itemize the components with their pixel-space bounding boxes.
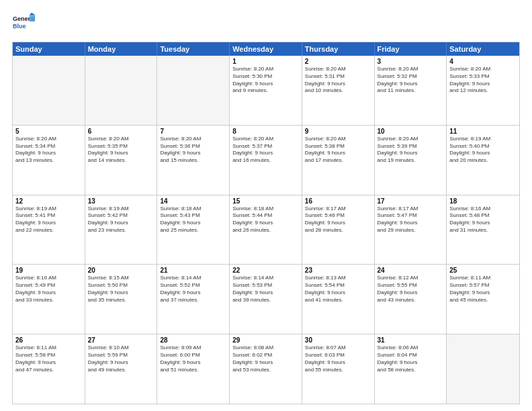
cell-info: Sunrise: 8:20 AM Sunset: 5:30 PM Dayligh… — [232, 66, 299, 95]
weekday-header-thursday: Thursday — [302, 42, 375, 56]
cell-date: 2 — [305, 58, 371, 65]
calendar-cell: 23Sunrise: 8:13 AM Sunset: 5:54 PM Dayli… — [302, 265, 375, 334]
calendar-cell: 25Sunrise: 8:11 AM Sunset: 5:57 PM Dayli… — [447, 265, 519, 334]
calendar-cell: 22Sunrise: 8:14 AM Sunset: 5:53 PM Dayli… — [230, 265, 302, 334]
cell-info: Sunrise: 8:20 AM Sunset: 5:33 PM Dayligh… — [449, 66, 517, 95]
calendar-row-4: 19Sunrise: 8:16 AM Sunset: 5:49 PM Dayli… — [13, 265, 519, 334]
calendar-cell: 4Sunrise: 8:20 AM Sunset: 5:33 PM Daylig… — [447, 56, 519, 125]
cell-info: Sunrise: 8:16 AM Sunset: 5:49 PM Dayligh… — [15, 275, 82, 304]
cell-info: Sunrise: 8:14 AM Sunset: 5:53 PM Dayligh… — [232, 275, 299, 304]
cell-date: 14 — [160, 197, 226, 205]
cell-info: Sunrise: 8:10 AM Sunset: 5:59 PM Dayligh… — [88, 345, 154, 373]
calendar-cell: 5Sunrise: 8:20 AM Sunset: 5:34 PM Daylig… — [13, 126, 85, 195]
calendar-cell — [157, 56, 230, 125]
calendar-cell: 31Sunrise: 8:06 AM Sunset: 6:04 PM Dayli… — [375, 334, 447, 404]
calendar-cell: 9Sunrise: 8:20 AM Sunset: 5:38 PM Daylig… — [302, 126, 375, 195]
calendar-cell — [447, 334, 519, 404]
calendar-cell: 28Sunrise: 8:09 AM Sunset: 6:00 PM Dayli… — [157, 334, 230, 404]
cell-date: 25 — [449, 267, 517, 274]
cell-info: Sunrise: 8:20 AM Sunset: 5:34 PM Dayligh… — [15, 136, 82, 165]
weekday-header-friday: Friday — [375, 42, 447, 56]
calendar-cell: 10Sunrise: 8:20 AM Sunset: 5:39 PM Dayli… — [375, 126, 447, 195]
calendar-cell: 24Sunrise: 8:12 AM Sunset: 5:55 PM Dayli… — [375, 265, 447, 334]
cell-date: 19 — [15, 267, 82, 274]
cell-info: Sunrise: 8:11 AM Sunset: 5:58 PM Dayligh… — [15, 345, 82, 373]
cell-date: 5 — [15, 128, 82, 135]
calendar-cell: 8Sunrise: 8:20 AM Sunset: 5:37 PM Daylig… — [230, 126, 302, 195]
calendar-cell: 2Sunrise: 8:20 AM Sunset: 5:31 PM Daylig… — [302, 56, 375, 125]
weekday-header-saturday: Saturday — [447, 42, 519, 56]
cell-info: Sunrise: 8:17 AM Sunset: 5:46 PM Dayligh… — [305, 205, 371, 234]
cell-info: Sunrise: 8:14 AM Sunset: 5:52 PM Dayligh… — [160, 275, 226, 304]
cell-date: 30 — [305, 336, 371, 344]
calendar-cell: 13Sunrise: 8:19 AM Sunset: 5:42 PM Dayli… — [85, 195, 158, 265]
calendar-body: 1Sunrise: 8:20 AM Sunset: 5:30 PM Daylig… — [13, 56, 519, 404]
calendar-cell: 3Sunrise: 8:20 AM Sunset: 5:32 PM Daylig… — [375, 56, 447, 125]
weekday-header-sunday: Sunday — [13, 42, 85, 56]
cell-info: Sunrise: 8:19 AM Sunset: 5:41 PM Dayligh… — [15, 205, 82, 234]
cell-info: Sunrise: 8:20 AM Sunset: 5:36 PM Dayligh… — [160, 136, 226, 165]
cell-date: 12 — [15, 197, 82, 205]
calendar-cell: 16Sunrise: 8:17 AM Sunset: 5:46 PM Dayli… — [302, 195, 375, 265]
page: General Blue SundayMondayTuesdayWednesda… — [0, 0, 532, 411]
svg-marker-3 — [30, 15, 35, 21]
cell-info: Sunrise: 8:20 AM Sunset: 5:31 PM Dayligh… — [305, 66, 371, 95]
header: General Blue — [12, 12, 520, 36]
cell-date: 1 — [232, 58, 299, 65]
cell-info: Sunrise: 8:06 AM Sunset: 6:04 PM Dayligh… — [378, 345, 444, 373]
cell-info: Sunrise: 8:07 AM Sunset: 6:03 PM Dayligh… — [305, 345, 371, 373]
weekday-header-wednesday: Wednesday — [230, 42, 302, 56]
cell-date: 18 — [449, 197, 517, 205]
calendar-cell: 19Sunrise: 8:16 AM Sunset: 5:49 PM Dayli… — [13, 265, 85, 334]
calendar-cell: 21Sunrise: 8:14 AM Sunset: 5:52 PM Dayli… — [157, 265, 230, 334]
calendar-cell: 15Sunrise: 8:18 AM Sunset: 5:44 PM Dayli… — [230, 195, 302, 265]
weekday-header-monday: Monday — [85, 42, 158, 56]
cell-date: 16 — [305, 197, 371, 205]
logo: General Blue — [12, 12, 36, 36]
cell-info: Sunrise: 8:18 AM Sunset: 5:44 PM Dayligh… — [232, 205, 299, 234]
calendar-cell: 30Sunrise: 8:07 AM Sunset: 6:03 PM Dayli… — [302, 334, 375, 404]
calendar-header: SundayMondayTuesdayWednesdayThursdayFrid… — [13, 42, 519, 56]
svg-marker-4 — [30, 13, 35, 15]
calendar-cell: 29Sunrise: 8:08 AM Sunset: 6:02 PM Dayli… — [230, 334, 302, 404]
cell-info: Sunrise: 8:09 AM Sunset: 6:00 PM Dayligh… — [160, 345, 226, 373]
cell-info: Sunrise: 8:12 AM Sunset: 5:55 PM Dayligh… — [378, 275, 444, 304]
cell-info: Sunrise: 8:20 AM Sunset: 5:39 PM Dayligh… — [378, 136, 444, 165]
cell-date: 7 — [160, 128, 226, 135]
cell-date: 9 — [305, 128, 371, 135]
calendar-cell: 12Sunrise: 8:19 AM Sunset: 5:41 PM Dayli… — [13, 195, 85, 265]
cell-info: Sunrise: 8:13 AM Sunset: 5:54 PM Dayligh… — [305, 275, 371, 304]
cell-date: 10 — [378, 128, 444, 135]
cell-date: 20 — [88, 267, 154, 274]
calendar-cell: 27Sunrise: 8:10 AM Sunset: 5:59 PM Dayli… — [85, 334, 158, 404]
calendar-cell: 6Sunrise: 8:20 AM Sunset: 5:35 PM Daylig… — [85, 126, 158, 195]
calendar-cell: 7Sunrise: 8:20 AM Sunset: 5:36 PM Daylig… — [157, 126, 230, 195]
cell-date: 8 — [232, 128, 299, 135]
cell-info: Sunrise: 8:17 AM Sunset: 5:47 PM Dayligh… — [378, 205, 444, 234]
calendar-row-2: 5Sunrise: 8:20 AM Sunset: 5:34 PM Daylig… — [13, 126, 519, 195]
cell-info: Sunrise: 8:08 AM Sunset: 6:02 PM Dayligh… — [232, 345, 299, 373]
calendar-cell: 11Sunrise: 8:19 AM Sunset: 5:40 PM Dayli… — [447, 126, 519, 195]
cell-info: Sunrise: 8:11 AM Sunset: 5:57 PM Dayligh… — [449, 275, 517, 304]
calendar-cell: 18Sunrise: 8:16 AM Sunset: 5:48 PM Dayli… — [447, 195, 519, 265]
calendar-row-5: 26Sunrise: 8:11 AM Sunset: 5:58 PM Dayli… — [13, 334, 519, 404]
cell-info: Sunrise: 8:19 AM Sunset: 5:42 PM Dayligh… — [88, 205, 154, 234]
calendar-cell: 26Sunrise: 8:11 AM Sunset: 5:58 PM Dayli… — [13, 334, 85, 404]
cell-info: Sunrise: 8:16 AM Sunset: 5:48 PM Dayligh… — [449, 205, 517, 234]
cell-date: 31 — [378, 336, 444, 344]
cell-info: Sunrise: 8:19 AM Sunset: 5:40 PM Dayligh… — [449, 136, 517, 165]
cell-date: 21 — [160, 267, 226, 274]
cell-date: 22 — [232, 267, 299, 274]
cell-info: Sunrise: 8:20 AM Sunset: 5:32 PM Dayligh… — [378, 66, 444, 95]
calendar-cell — [13, 56, 85, 125]
calendar-cell — [85, 56, 158, 125]
cell-info: Sunrise: 8:15 AM Sunset: 5:50 PM Dayligh… — [88, 275, 154, 304]
cell-info: Sunrise: 8:20 AM Sunset: 5:35 PM Dayligh… — [88, 136, 154, 165]
calendar: SundayMondayTuesdayWednesdayThursdayFrid… — [12, 42, 520, 404]
cell-info: Sunrise: 8:18 AM Sunset: 5:43 PM Dayligh… — [160, 205, 226, 234]
cell-date: 6 — [88, 128, 154, 135]
svg-text:Blue: Blue — [13, 23, 26, 30]
cell-info: Sunrise: 8:20 AM Sunset: 5:38 PM Dayligh… — [305, 136, 371, 165]
cell-date: 29 — [232, 336, 299, 344]
cell-date: 24 — [378, 267, 444, 274]
